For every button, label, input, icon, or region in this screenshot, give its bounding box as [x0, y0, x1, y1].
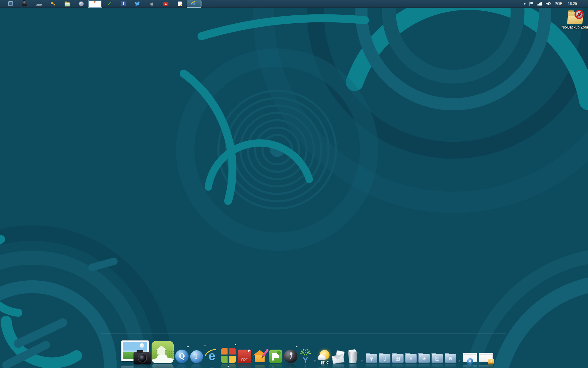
folder-documents-icon: ▯ [379, 354, 390, 363]
dock-internet-explorer[interactable]: e ^ [205, 348, 219, 363]
no-backup-prohibition-icon: ↻ [575, 10, 584, 19]
dock-folder-sync[interactable]: ◈ [418, 354, 430, 363]
taskbar-button-youtube[interactable] [159, 0, 173, 8]
running-indicator: ^ [187, 346, 190, 350]
recorder-icon [284, 350, 297, 363]
dock-separator [314, 360, 316, 362]
dock-pdf-document[interactable]: PDF [238, 350, 251, 363]
task-check-icon: ✔ [178, 2, 182, 6]
trash-icon [347, 349, 359, 363]
taskbar-button-internet-explorer[interactable]: e [187, 0, 201, 8]
window-preview-icon: ✉ [479, 353, 493, 362]
folder-sync-icon: ◈ [418, 354, 430, 363]
home-app-icon [152, 341, 174, 363]
pdf-icon: PDF [238, 350, 251, 363]
action-center-flag-icon[interactable] [530, 2, 533, 6]
pictures-library-icon [8, 1, 13, 6]
dock-window-internet-explorer[interactable]: e [463, 353, 477, 363]
desktop: ♪ O ✔ f ✔ [0, 0, 588, 368]
dock-folder-documents[interactable]: ▯ [379, 354, 390, 363]
taskbar-button-tasks[interactable]: ✔ [173, 0, 187, 8]
mail-icon [332, 351, 345, 363]
dock-shelf-line [101, 333, 506, 334]
running-indicator: ^ [295, 346, 298, 350]
language-indicator[interactable]: POR [555, 2, 563, 6]
apple-icon [149, 1, 154, 6]
dock-folder-tables[interactable]: ▦ [392, 354, 404, 363]
twitter-icon [135, 1, 140, 6]
window-preview-icon: e [463, 353, 477, 362]
quicktime-icon: Q [175, 350, 189, 363]
desktop-shortcut-no-backup-zone[interactable]: ↻ No-Backup Zone [561, 11, 588, 30]
dock-trash[interactable] [347, 349, 359, 363]
dock-weather[interactable]: 15° C [318, 350, 331, 363]
outlook-badge-icon: ✉ [488, 359, 494, 364]
dock-mail[interactable] [332, 351, 345, 363]
show-hidden-icons-button[interactable]: ▾ [524, 2, 526, 6]
taskbar-button-scanner[interactable] [32, 0, 46, 8]
taskbar-button-check[interactable]: ✔ [102, 0, 116, 8]
internet-explorer-badge-icon: e [467, 358, 473, 364]
wallpaper [0, 0, 588, 368]
taskbar-button-twitter[interactable] [130, 0, 145, 8]
running-dot-indicator [228, 366, 229, 367]
clock[interactable]: 18:25 [567, 2, 577, 6]
home-design-icon [253, 349, 267, 363]
dock-separator [361, 360, 364, 362]
taskbar-button-pictures[interactable] [4, 0, 18, 8]
taskbar-button-facebook[interactable]: f [116, 0, 130, 8]
folder-tables-icon: ▦ [392, 354, 404, 363]
network-signal-icon[interactable] [537, 2, 542, 6]
taskbar-button-camera[interactable] [18, 0, 32, 8]
dock-separator [458, 360, 461, 362]
outlook-icon: O [93, 1, 98, 6]
evernote-icon [269, 350, 282, 363]
dock-recorder[interactable]: ^ [284, 350, 297, 363]
youtube-icon [163, 2, 168, 6]
taskbar-button-apple[interactable] [145, 0, 159, 8]
weather-icon: 15° C [318, 350, 331, 363]
dock-folder-pictures[interactable]: ▨ [432, 354, 443, 363]
internet-explorer-icon: e [205, 348, 219, 363]
folder-utilities-icon: × [405, 354, 417, 363]
keys-icon [51, 1, 56, 6]
running-indicator: ^ [203, 344, 206, 349]
dock-evernote[interactable] [269, 350, 282, 363]
facebook-icon: f [121, 1, 126, 6]
taskbar-button-file-explorer[interactable] [60, 0, 74, 8]
taskbar-button-itunes[interactable]: ♪ [74, 0, 88, 8]
dock-folder-private[interactable]: ⊖ [445, 354, 456, 363]
system-tray: ▾ POR 18:25 [524, 2, 588, 6]
dock-home-design[interactable] [253, 349, 267, 363]
dock-home-app[interactable] [152, 341, 174, 363]
dock-quicktime[interactable]: Q ^ [175, 350, 189, 363]
folder-private-icon: ⊖ [445, 354, 456, 363]
office-icon [221, 348, 236, 363]
weather-temperature: 15° C [318, 361, 331, 364]
dock-family-tree[interactable]: Y [299, 348, 312, 363]
camera-icon [22, 3, 27, 6]
dock-itunes[interactable]: ♪ [190, 350, 203, 363]
running-indicator: ^ [234, 344, 237, 348]
family-tree-icon: Y [299, 348, 312, 363]
dock-folder-utilities[interactable]: × [405, 354, 417, 363]
volume-icon[interactable] [546, 2, 551, 5]
taskbar-button-outlook[interactable]: O [88, 0, 102, 8]
checkmark-icon: ✔ [107, 1, 111, 7]
internet-explorer-icon: e [191, 1, 197, 6]
taskbar: ♪ O ✔ f ✔ [0, 0, 588, 8]
shortcut-label: No-Backup Zone [561, 25, 588, 30]
no-backup-folder-icon: ↻ [567, 11, 583, 24]
dock: Q ^ ♪ e ^ ^ PDF ^ [121, 340, 493, 363]
itunes-icon: ♪ [190, 350, 203, 363]
dock-office[interactable]: ^ [221, 348, 236, 363]
scanner-icon [36, 4, 42, 6]
itunes-icon: ♪ [79, 1, 84, 6]
photo-gallery-icon [121, 340, 150, 363]
taskbar-button-keys[interactable] [46, 0, 60, 8]
dock-photo-gallery[interactable] [121, 340, 150, 363]
dock-window-outlook[interactable]: ✉ [479, 353, 493, 363]
folder-internet-icon: ◉ [366, 354, 377, 363]
dock-folder-internet[interactable]: ◉ [366, 354, 377, 363]
folder-pictures-icon: ▨ [432, 354, 443, 363]
